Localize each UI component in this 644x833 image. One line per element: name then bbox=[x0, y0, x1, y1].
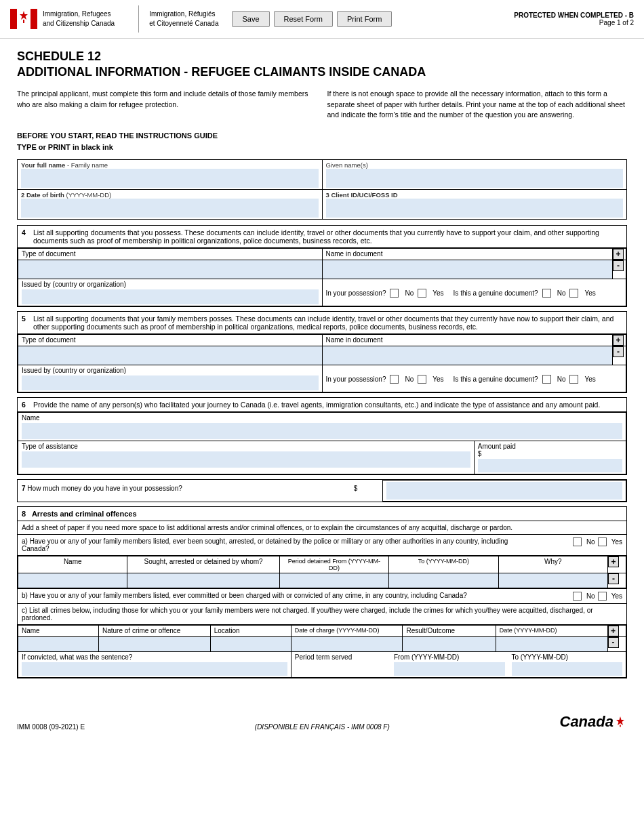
q8b-row: b) Have you or any of your family member… bbox=[18, 588, 626, 604]
q4-issued-label: Issued by (country or organization) bbox=[22, 281, 126, 288]
q6-header: 6 Provide the name of any person(s) who … bbox=[18, 398, 626, 412]
q8c-add-row-button[interactable]: + bbox=[608, 626, 619, 636]
q1-family-name-input[interactable] bbox=[21, 169, 319, 188]
q8a-why-input[interactable] bbox=[498, 573, 607, 588]
q1-table: Your full name - Family name Given name(… bbox=[17, 159, 627, 220]
q8c-date-input[interactable] bbox=[291, 637, 403, 652]
q5-name-doc-input[interactable] bbox=[322, 346, 613, 365]
q8c-col1: Name bbox=[22, 627, 40, 634]
q6-amount-area: Amount paid $ bbox=[478, 443, 622, 472]
q7-amount-input[interactable] bbox=[386, 482, 622, 500]
q6-section: 6 Provide the name of any person(s) who … bbox=[17, 397, 627, 475]
q8c-location-input[interactable] bbox=[210, 637, 291, 652]
q1-given-label: Given name(s) bbox=[326, 161, 624, 169]
q4-possession-row: In your possession? No Yes Is this a gen… bbox=[326, 289, 623, 298]
q4-no-label: No bbox=[405, 289, 414, 297]
canada-maple-icon bbox=[613, 715, 627, 729]
svg-rect-6 bbox=[620, 725, 621, 727]
q8c-from-input[interactable] bbox=[394, 662, 505, 676]
q5-genuine-yes-checkbox[interactable] bbox=[569, 375, 578, 384]
q8c-name-input[interactable] bbox=[18, 637, 99, 652]
save-button[interactable]: Save bbox=[232, 11, 269, 27]
q8-section: 8 Arrests and criminal offences Add a sh… bbox=[17, 506, 627, 678]
header-buttons: Save Reset Form Print Form bbox=[232, 11, 392, 27]
q4-genuine-no-checkbox[interactable] bbox=[542, 289, 551, 298]
q3-client-id-input[interactable] bbox=[326, 199, 624, 218]
q8a-by-whom-input[interactable] bbox=[127, 573, 279, 588]
q8b-yes-label: Yes bbox=[611, 592, 622, 600]
q2-dob-input[interactable] bbox=[21, 199, 319, 218]
q5-genuine-no-checkbox[interactable] bbox=[542, 375, 551, 384]
q5-add-row-button[interactable]: + bbox=[613, 335, 624, 346]
q8c-to-input[interactable] bbox=[512, 662, 623, 676]
q5-no-checkbox[interactable] bbox=[390, 375, 399, 384]
q8b-no-checkbox[interactable] bbox=[573, 592, 582, 601]
footer-fr: (DISPONIBLE EN FRANÇAIS - IMM 0008 F) bbox=[255, 723, 390, 731]
title-line1: SCHEDULE 12 bbox=[17, 49, 627, 64]
q8c-from-label: From (YYYY-MM-DD) bbox=[394, 653, 459, 661]
q8a-yes-label: Yes bbox=[611, 538, 622, 546]
q4-type-doc-input[interactable] bbox=[18, 260, 323, 279]
q8b-checkboxes: No Yes bbox=[573, 592, 622, 601]
q5-genuine-yes-label: Yes bbox=[584, 375, 595, 383]
q4-name-doc-input[interactable] bbox=[322, 260, 613, 279]
q5-yes-checkbox[interactable] bbox=[418, 375, 426, 384]
q8a-checkboxes: No Yes bbox=[573, 537, 622, 546]
q8a-from-input[interactable] bbox=[279, 573, 388, 588]
header: Immigration, Refugees and Citizenship Ca… bbox=[0, 0, 644, 39]
q8a-name-input[interactable] bbox=[18, 573, 127, 588]
q5-type-doc-input[interactable] bbox=[18, 346, 323, 365]
q5-possession-row: In your possession? No Yes Is this a gen… bbox=[326, 375, 623, 384]
q8c-result-input[interactable] bbox=[403, 637, 496, 652]
svg-marker-5 bbox=[616, 716, 624, 725]
q5-num: 5 bbox=[22, 314, 30, 323]
q8a-to-input[interactable] bbox=[389, 573, 498, 588]
q8a-table: Name Sought, arrested or detained by who… bbox=[18, 556, 626, 588]
q5-issued-input[interactable] bbox=[22, 375, 319, 390]
q4-text: List all supporting documents that you p… bbox=[33, 228, 622, 245]
q8b-yes-checkbox[interactable] bbox=[598, 592, 607, 601]
q5-remove-row-button[interactable]: - bbox=[613, 346, 624, 357]
q7-section: 7 How much money do you have in your pos… bbox=[17, 479, 627, 502]
q4-no-checkbox[interactable] bbox=[390, 289, 399, 298]
q1-given-name-input[interactable] bbox=[326, 169, 624, 188]
q8a-text: a) Have you or any of your family member… bbox=[22, 537, 532, 552]
q4-remove-row-button[interactable]: - bbox=[613, 260, 624, 271]
q6-type-assist-input[interactable] bbox=[22, 451, 470, 468]
q8c-nature-input[interactable] bbox=[98, 637, 210, 652]
q8c-period-area: Period term served From (YYYY-MM-DD) To … bbox=[295, 653, 622, 676]
q4-add-row-button[interactable]: + bbox=[613, 249, 624, 260]
q7-num: 7 bbox=[22, 485, 26, 492]
q8a-add-row-button[interactable]: + bbox=[608, 556, 619, 567]
print-form-button[interactable]: Print Form bbox=[337, 11, 392, 27]
q8c-date2-input[interactable] bbox=[496, 637, 607, 652]
reset-form-button[interactable]: Reset Form bbox=[274, 11, 333, 27]
q4-genuine-label: Is this a genuine document? bbox=[454, 289, 538, 297]
q8c-period-label: Period term served bbox=[295, 653, 352, 661]
q5-possession-label: In your possession? bbox=[326, 375, 386, 383]
q8a-col1: Name bbox=[64, 558, 82, 565]
q8a-no-checkbox[interactable] bbox=[573, 537, 582, 546]
q8c-to-label: To (YYYY-MM-DD) bbox=[512, 653, 569, 661]
before-start-label: BEFORE YOU START, READ THE INSTRUCTIONS … bbox=[17, 130, 627, 142]
q6-amount-input[interactable] bbox=[478, 459, 622, 472]
q1-sub-label: Family name bbox=[71, 161, 108, 169]
q2-label: 2 Date of birth (YYYY-MM-DD) bbox=[21, 191, 319, 199]
q4-genuine-no-label: No bbox=[557, 289, 566, 297]
q4-yes-checkbox[interactable] bbox=[418, 289, 426, 298]
q4-genuine-yes-checkbox[interactable] bbox=[569, 289, 578, 298]
q6-name-input[interactable] bbox=[22, 423, 622, 439]
q8c-to-col: To (YYYY-MM-DD) bbox=[512, 653, 623, 676]
q8a-yes-checkbox[interactable] bbox=[598, 537, 607, 546]
type-print-label: TYPE or PRINT in black ink bbox=[17, 142, 627, 153]
q8c-col2: Nature of crime or offence bbox=[102, 627, 180, 634]
q8c-remove-row-button[interactable]: - bbox=[608, 637, 619, 648]
q5-issued-label: Issued by (country or organization) bbox=[22, 367, 126, 374]
q4-possession-label: In your possession? bbox=[326, 289, 386, 297]
q1-label: Your full name - Family name bbox=[21, 161, 319, 169]
q4-issued-input[interactable] bbox=[22, 289, 319, 304]
instructions: BEFORE YOU START, READ THE INSTRUCTIONS … bbox=[17, 130, 627, 153]
q6-name-label: Name bbox=[22, 414, 40, 422]
q8c-sentence-input[interactable] bbox=[22, 662, 287, 676]
q8a-remove-row-button[interactable]: - bbox=[608, 573, 619, 584]
